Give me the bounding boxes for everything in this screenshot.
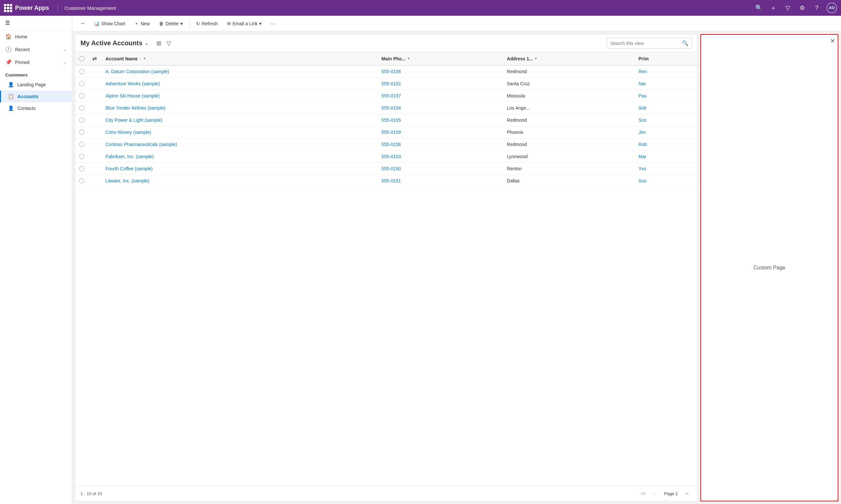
phone-value[interactable]: 555-0150 xyxy=(381,166,401,171)
phone-value[interactable]: 555-0153 xyxy=(381,154,401,159)
row-checkbox[interactable] xyxy=(79,166,84,171)
account-name-link[interactable]: Litware, Inc. (sample) xyxy=(105,178,150,183)
row-checkbox-cell xyxy=(75,102,88,114)
primary-contact-value[interactable]: Yvo xyxy=(639,166,646,171)
account-name-sort-dropdown-icon[interactable]: ▾ xyxy=(143,56,145,61)
select-all-checkbox[interactable] xyxy=(79,56,84,61)
refresh-button[interactable]: ↻ Refresh xyxy=(192,19,222,28)
primary-contact-value[interactable]: Jim xyxy=(639,130,646,135)
new-button[interactable]: ＋ New xyxy=(131,19,154,29)
main-phone-sort-icon[interactable]: ▾ xyxy=(408,56,410,61)
row-checkbox-cell xyxy=(75,90,88,102)
phone-value[interactable]: 555-0158 xyxy=(381,69,401,74)
nav-divider xyxy=(57,3,58,13)
row-phone-cell: 555-0153 xyxy=(377,150,503,163)
phone-value[interactable]: 555-0151 xyxy=(381,178,401,183)
back-button[interactable]: ← xyxy=(78,18,89,29)
account-name-link[interactable]: A. Datum Corporation (sample) xyxy=(105,69,169,74)
column-chooser-icon[interactable]: ⊞ xyxy=(155,38,162,48)
sidebar-item-home[interactable]: 🏠 Home xyxy=(0,30,72,43)
phone-value[interactable]: 555-0159 xyxy=(381,130,401,135)
prev-page-button[interactable]: ← xyxy=(650,489,660,498)
view-title-chevron-icon[interactable]: ⌄ xyxy=(144,41,149,46)
primary-contact-value[interactable]: Ren xyxy=(639,69,647,74)
row-checkbox[interactable] xyxy=(79,105,84,111)
row-account-name-cell: A. Datum Corporation (sample) xyxy=(102,65,377,78)
account-name-link[interactable]: City Power & Light (sample) xyxy=(105,118,162,123)
address1-column-header[interactable]: Address 1... ▾ xyxy=(503,52,635,65)
show-chart-button[interactable]: 📊 Show Chart xyxy=(90,19,129,28)
phone-value[interactable]: 555-0155 xyxy=(381,118,401,123)
row-city-cell: Redmond xyxy=(503,139,635,150)
account-name-link[interactable]: Blue Yonder Airlines (sample) xyxy=(105,105,166,111)
account-name-link[interactable]: Fourth Coffee (sample) xyxy=(105,166,153,171)
city-value: Phoenix xyxy=(507,130,524,135)
primary-contact-value[interactable]: Pau xyxy=(639,93,647,98)
next-page-button[interactable]: → xyxy=(682,489,692,498)
sidebar-hamburger[interactable]: ☰ xyxy=(0,16,72,30)
advanced-find-icon[interactable]: ▽ xyxy=(783,3,792,13)
main-phone-column-header[interactable]: Main Pho... ▾ xyxy=(377,52,503,65)
recent-chevron-icon: ⌄ xyxy=(64,47,67,52)
sidebar-item-pinned[interactable]: 📌 Pinned ⌄ xyxy=(0,56,72,69)
search-button[interactable]: 🔍 xyxy=(679,38,692,48)
waffle-menu-icon[interactable] xyxy=(4,4,12,12)
more-commands-button[interactable]: ⋯ xyxy=(267,18,279,29)
filter-icon[interactable]: ▽ xyxy=(165,38,172,48)
row-checkbox[interactable] xyxy=(79,81,84,86)
search-input[interactable] xyxy=(607,39,679,48)
email-link-button[interactable]: ✉ Email a Link ▾ xyxy=(223,19,265,28)
primary-contact-value[interactable]: Nar xyxy=(639,81,646,86)
primary-contact-value[interactable]: Rob xyxy=(639,142,647,147)
sidebar-item-accounts[interactable]: 📋 Accounts xyxy=(0,91,72,102)
account-name-link[interactable]: Alpine Ski House (sample) xyxy=(105,93,160,98)
first-page-button[interactable]: ⏮ xyxy=(638,489,649,498)
row-checkbox[interactable] xyxy=(79,130,84,135)
hierarchy-icon[interactable]: ⇄ xyxy=(92,56,97,61)
row-checkbox-cell xyxy=(75,114,88,126)
address1-sort-icon[interactable]: ▾ xyxy=(535,56,537,61)
city-value: Redmond xyxy=(507,69,527,74)
primary-column-header: Prim xyxy=(635,52,698,65)
row-checkbox[interactable] xyxy=(79,178,84,183)
delete-button[interactable]: 🗑 Delete ▾ xyxy=(155,19,186,28)
row-primary-cell: Mar xyxy=(635,150,698,163)
table-row: Alpine Ski House (sample) 555-0157 Misso… xyxy=(75,90,698,102)
row-checkbox[interactable] xyxy=(79,142,84,147)
custom-page-close-button[interactable]: ✕ xyxy=(830,37,835,44)
pinned-icon: 📌 xyxy=(5,59,12,65)
row-checkbox[interactable] xyxy=(79,93,84,98)
avatar[interactable]: AO xyxy=(826,3,837,13)
row-checkbox[interactable] xyxy=(79,154,84,159)
primary-contact-value[interactable]: Sus xyxy=(639,178,647,183)
primary-contact-value[interactable]: Mar xyxy=(639,154,647,159)
show-chart-icon: 📊 xyxy=(94,21,100,26)
primary-contact-value[interactable]: Sco xyxy=(639,118,647,123)
phone-value[interactable]: 555-0157 xyxy=(381,93,401,98)
sidebar-item-contacts[interactable]: 👤 Contacts xyxy=(0,102,72,114)
help-icon[interactable]: ? xyxy=(812,3,821,13)
account-name-link[interactable]: Adventure Works (sample) xyxy=(105,81,160,86)
row-hierarchy-cell xyxy=(88,175,102,187)
settings-icon[interactable]: ⚙ xyxy=(797,3,807,13)
account-name-link[interactable]: Contoso Pharmaceuticals (sample) xyxy=(105,142,177,147)
row-primary-cell: Pau xyxy=(635,90,698,102)
command-bar: ← 📊 Show Chart ＋ New 🗑 Delete ▾ ↻ Refres… xyxy=(72,16,841,32)
row-account-name-cell: Fabrikam, Inc. (sample) xyxy=(102,150,377,163)
row-checkbox[interactable] xyxy=(79,118,84,123)
phone-value[interactable]: 555-0152 xyxy=(381,81,401,86)
sidebar-item-recent[interactable]: 🕐 Recent ⌄ xyxy=(0,43,72,56)
account-name-link[interactable]: Coho Winery (sample) xyxy=(105,130,151,135)
view-title-text: My Active Accounts xyxy=(81,39,142,47)
account-name-column-header[interactable]: Account Name ↑ ▾ xyxy=(102,52,377,65)
phone-value[interactable]: 555-0156 xyxy=(381,142,401,147)
phone-value[interactable]: 555-0154 xyxy=(381,105,401,111)
primary-contact-value[interactable]: Sidr xyxy=(639,105,647,111)
account-name-link[interactable]: Fabrikam, Inc. (sample) xyxy=(105,154,154,159)
global-search-icon[interactable]: 🔍 xyxy=(754,3,763,13)
row-phone-cell: 555-0157 xyxy=(377,90,503,102)
cmd-separator-1 xyxy=(189,20,190,28)
add-icon[interactable]: ＋ xyxy=(769,3,778,13)
row-checkbox[interactable] xyxy=(79,69,84,74)
sidebar-item-landing-page[interactable]: 👤 Landing Page xyxy=(0,79,72,91)
